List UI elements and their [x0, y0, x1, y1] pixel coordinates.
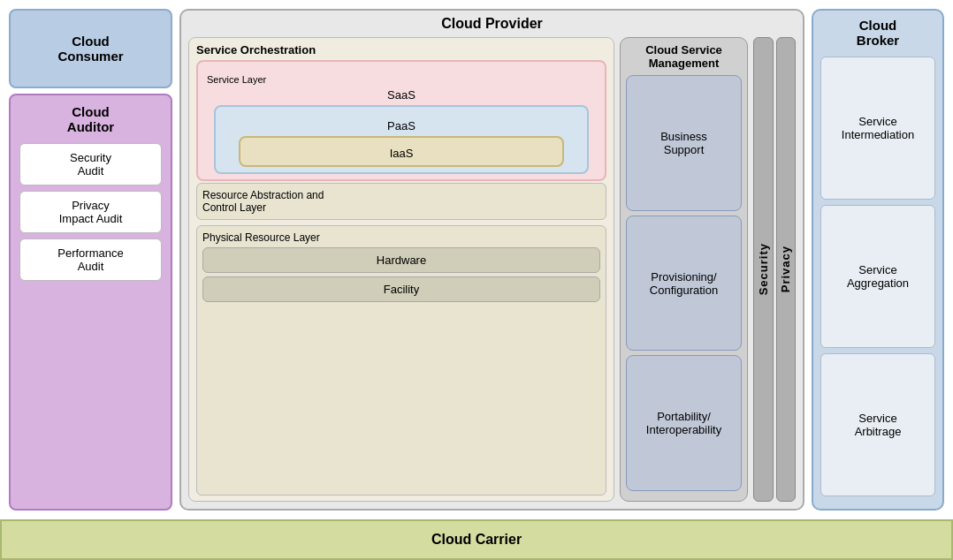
cloud-broker-title: CloudBroker: [820, 18, 935, 48]
saas-box: Service Layer SaaS PaaS IaaS: [196, 60, 606, 181]
performance-audit-item: PerformanceAudit: [19, 238, 162, 281]
privacy-label: Privacy: [779, 246, 792, 292]
service-layer-label: Service Layer: [207, 74, 596, 85]
resource-abstraction-layer: Resource Abstraction andControl Layer: [196, 183, 606, 220]
service-orchestration-title: Service Orchestration: [196, 43, 606, 57]
iaas-box: IaaS: [239, 136, 564, 167]
csm-title: Cloud ServiceManagement: [626, 43, 742, 70]
service-aggregation-item: ServiceAggregation: [820, 205, 935, 348]
cloud-carrier: Cloud Carrier: [0, 519, 953, 560]
paas-label: PaaS: [225, 119, 578, 132]
vertical-bars: Security Privacy: [753, 37, 796, 502]
portability-item: Portability/Interoperability: [626, 355, 742, 491]
paas-box: PaaS IaaS: [214, 105, 589, 174]
service-intermediation-item: ServiceIntermediation: [820, 57, 935, 200]
saas-label: SaaS: [207, 88, 596, 102]
physical-resource-layer: Physical Resource Layer Hardware Facilit…: [196, 225, 606, 496]
security-bar: Security: [753, 37, 774, 502]
iaas-label: IaaS: [249, 147, 553, 160]
provisioning-item: Provisioning/Configuration: [626, 216, 742, 352]
service-arbitrage-item: ServiceArbitrage: [820, 353, 935, 496]
security-audit-item: SecurityAudit: [19, 143, 162, 185]
cloud-auditor-box: CloudAuditor SecurityAudit PrivacyImpact…: [9, 94, 172, 511]
cloud-carrier-title: Cloud Carrier: [431, 532, 522, 547]
left-column: CloudConsumer CloudAuditor SecurityAudit…: [9, 9, 172, 511]
cloud-consumer-box: CloudConsumer: [9, 9, 172, 88]
cloud-consumer-title: CloudConsumer: [57, 34, 123, 64]
cloud-auditor-title: CloudAuditor: [19, 104, 162, 134]
cloud-service-management: Cloud ServiceManagement BusinessSupport …: [620, 37, 748, 502]
service-orchestration: Service Orchestration Service Layer SaaS…: [188, 37, 614, 502]
facility-box: Facility: [202, 276, 600, 302]
hardware-box: Hardware: [202, 247, 600, 273]
privacy-bar: Privacy: [776, 37, 797, 502]
cloud-provider-col: Cloud Provider Service Orchestration Ser…: [179, 9, 804, 511]
csm-outer: Cloud ServiceManagement BusinessSupport …: [620, 37, 748, 502]
physical-resource-title: Physical Resource Layer: [202, 231, 600, 244]
nested-service-layers: Service Layer SaaS PaaS IaaS: [196, 60, 606, 178]
security-label: Security: [757, 243, 770, 295]
cloud-provider-title: Cloud Provider: [188, 16, 796, 32]
privacy-impact-audit-item: PrivacyImpact Audit: [19, 191, 162, 233]
cloud-broker-col: CloudBroker ServiceIntermediation Servic…: [812, 9, 944, 511]
cloud-provider-inner: Service Orchestration Service Layer SaaS…: [188, 37, 796, 502]
business-support-item: BusinessSupport: [626, 75, 742, 211]
